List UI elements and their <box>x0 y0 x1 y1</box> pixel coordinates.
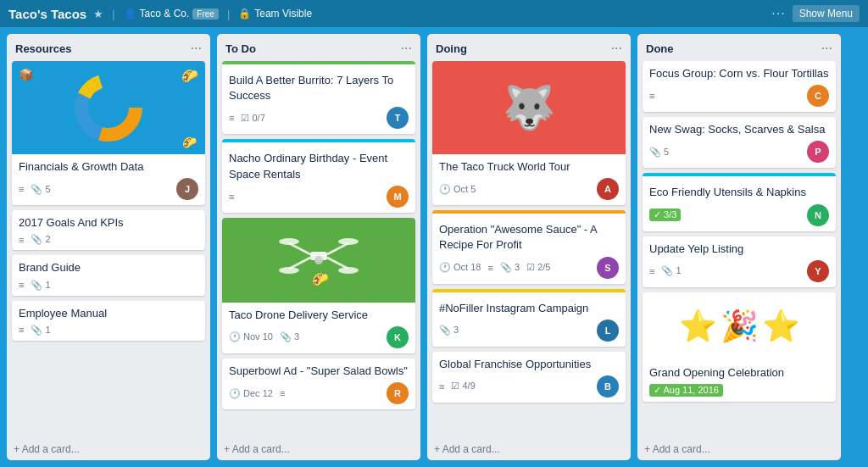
card-title-taco-truck: The Taco Truck World Tour <box>439 159 619 175</box>
card-drone[interactable]: 🌮 Taco Drone Delivery Service 🕐 Nov 10 📎… <box>222 218 415 353</box>
card-content-swag: New Swag: Socks, Scarves & Salsa 📎 5 P <box>643 117 836 168</box>
meta-date: 🕐 Nov 10 <box>229 331 273 342</box>
list-header-resources: Resources ··· <box>7 34 210 61</box>
svg-line-5 <box>289 243 310 254</box>
card-title-swag: New Swag: Socks, Scarves & Salsa <box>649 122 829 137</box>
card-image-financials: 🌮 📦 🌮 <box>12 61 205 154</box>
list-header-doing: Doing ··· <box>427 34 631 61</box>
list-header-done: Done ··· <box>637 34 841 61</box>
card-content-focus: Focus Group: Corn vs. Flour Tortillas ≡ … <box>643 61 836 112</box>
meta-lines: ≡ <box>649 266 654 276</box>
add-card-resources[interactable]: + Add a card... <box>7 438 210 460</box>
card-swag[interactable]: New Swag: Socks, Scarves & Salsa 📎 5 P <box>643 117 836 168</box>
card-instagram[interactable]: #NoFiller Instagram Campaign 📎 3 L <box>432 289 626 347</box>
svg-line-7 <box>289 258 310 269</box>
svg-point-13 <box>314 256 323 264</box>
show-menu-button[interactable]: Show Menu <box>793 5 860 22</box>
add-card-todo[interactable]: + Add a card... <box>217 438 420 460</box>
card-meta-financials: ≡ 📎 5 J <box>19 178 198 200</box>
meta-attachments: 📎 3 <box>280 331 299 342</box>
avatar-superbowl: R <box>387 382 409 404</box>
avatar-swag: P <box>807 141 829 163</box>
card-superbowl[interactable]: Superbowl Ad - "Super Salad Bowls" 🕐 Dec… <box>222 359 415 409</box>
list-menu-button-resources[interactable]: ··· <box>191 41 202 56</box>
list-menu-button-done[interactable]: ··· <box>821 41 832 56</box>
card-image-grand-opening: ⭐ 🎉 ⭐ <box>643 292 836 360</box>
meta-date: 🕐 Oct 18 <box>439 262 481 273</box>
card-awesome-sauce[interactable]: Operation "Awesome Sauce" - A Recipe For… <box>432 210 626 283</box>
card-content-eco: Eco Friendly Utensils & Napkins ✓ 3/3 N <box>643 180 836 231</box>
card-meta-swag: 📎 5 P <box>649 141 829 163</box>
card-meta-yelp: ≡ 📎 1 Y <box>649 260 829 282</box>
more-dots: ··· <box>771 6 785 21</box>
donut-chart <box>70 69 147 146</box>
meta-attachments: 📎 5 <box>649 147 669 158</box>
card-brand[interactable]: Brand Guide ≡ 📎 1 <box>12 255 205 295</box>
meta-attachments: 📎 2 <box>31 234 50 245</box>
avatar-focus: C <box>807 85 829 107</box>
list-cards-done: Focus Group: Corn vs. Flour Tortillas ≡ … <box>637 61 841 438</box>
meta-attachments: 📎 1 <box>31 280 50 291</box>
star-icon[interactable]: ★ <box>93 8 103 20</box>
meta-attachments: 📎 3 <box>500 262 520 273</box>
card-title-employee: Employee Manual <box>19 306 198 321</box>
card-meta-goals: ≡ 📎 2 <box>19 234 198 245</box>
card-content-brand: Brand Guide ≡ 📎 1 <box>12 255 205 295</box>
card-content-franchise: Global Franchise Opportunities ≡ ☑ 4/9 B <box>432 352 626 403</box>
org-name[interactable]: Taco & Co. <box>140 8 190 19</box>
card-focus-group[interactable]: Focus Group: Corn vs. Flour Tortillas ≡ … <box>643 61 836 112</box>
card-meta-drone: 🕐 Nov 10 📎 3 K <box>229 326 409 348</box>
add-card-doing[interactable]: + Add a card... <box>427 438 631 460</box>
card-employee[interactable]: Employee Manual ≡ 📎 1 <box>12 301 205 341</box>
avatar-instagram: L <box>597 320 619 342</box>
avatar-awesome: S <box>597 257 619 279</box>
card-eco[interactable]: Eco Friendly Utensils & Napkins ✓ 3/3 N <box>643 173 836 231</box>
card-title-franchise: Global Franchise Opportunities <box>439 357 619 372</box>
meta-lines: ≡ <box>229 113 234 123</box>
card-title-eco: Eco Friendly Utensils & Napkins <box>649 185 829 200</box>
meta-attachments: 📎 5 <box>31 184 50 195</box>
card-title-goals: 2017 Goals And KPIs <box>19 215 198 231</box>
card-content-burrito: Build A Better Burrito: 7 Layers To Succ… <box>222 68 415 134</box>
card-franchise[interactable]: Global Franchise Opportunities ≡ ☑ 4/9 B <box>432 352 626 403</box>
badge-eco-check: ✓ 3/3 <box>649 208 681 221</box>
card-nacho[interactable]: Nacho Ordinary Birthday - Event Space Re… <box>222 139 415 212</box>
board-title[interactable]: Taco's Tacos <box>8 7 86 21</box>
list-cards-resources: 🌮 📦 🌮 Financials & Growth Data ≡ 📎 5 J <box>7 61 210 438</box>
card-financials[interactable]: 🌮 📦 🌮 Financials & Growth Data ≡ 📎 5 J <box>12 61 205 205</box>
card-meta-brand: ≡ 📎 1 <box>19 280 198 291</box>
list-menu-button-doing[interactable]: ··· <box>611 41 622 56</box>
list-done: Done ··· Focus Group: Corn vs. Flour Tor… <box>637 34 841 460</box>
card-title-financials: Financials & Growth Data <box>19 159 198 175</box>
list-title-resources: Resources <box>15 42 71 55</box>
svg-line-6 <box>327 243 348 254</box>
card-yelp[interactable]: Update Yelp Listing ≡ 📎 1 Y <box>643 236 836 287</box>
card-title-drone: Taco Drone Delivery Service <box>229 308 409 323</box>
list-todo: To Do ··· Build A Better Burrito: 7 Laye… <box>217 34 420 460</box>
meta-attachments: 📎 3 <box>439 325 459 336</box>
star-left-icon: ⭐ <box>679 309 717 344</box>
star-right-icon: ⭐ <box>762 309 800 344</box>
list-menu-button-todo[interactable]: ··· <box>401 41 412 56</box>
card-meta-superbowl: 🕐 Dec 12 ≡ R <box>229 382 409 404</box>
card-title-nacho: Nacho Ordinary Birthday - Event Space Re… <box>229 151 409 181</box>
team-visibility[interactable]: 🔒 Team Visible <box>238 8 312 19</box>
card-grand-opening[interactable]: ⭐ 🎉 ⭐ Grand Opening Celebration ✓ Aug 11… <box>643 292 836 402</box>
avatar-taco-truck: A <box>597 178 619 200</box>
card-content-awesome: Operation "Awesome Sauce" - A Recipe For… <box>432 217 626 283</box>
add-card-done[interactable]: + Add a card... <box>637 438 841 460</box>
card-taco-truck[interactable]: 🐺 The Taco Truck World Tour 🕐 Oct 5 A <box>432 61 626 205</box>
team-visible-label: Team Visible <box>254 8 312 19</box>
card-image-drone: 🌮 <box>222 218 415 303</box>
meta-lines: ≡ <box>19 325 24 335</box>
badge-grand-opening-date: ✓ Aug 11, 2016 <box>649 384 723 397</box>
list-doing: Doing ··· 🐺 The Taco Truck World Tour 🕐 … <box>427 34 631 460</box>
card-burrito[interactable]: Build A Better Burrito: 7 Layers To Succ… <box>222 61 415 134</box>
card-meta-employee: ≡ 📎 1 <box>19 325 198 336</box>
org-section: 👤 Taco & Co. Free <box>124 8 219 19</box>
card-goals[interactable]: 2017 Goals And KPIs ≡ 📎 2 <box>12 210 205 250</box>
lock-icon: 🔒 <box>238 8 251 19</box>
meta-checklist: ☑ 2/5 <box>526 262 550 273</box>
card-title-instagram: #NoFiller Instagram Campaign <box>439 301 619 316</box>
list-cards-doing: 🐺 The Taco Truck World Tour 🕐 Oct 5 A Op… <box>427 61 631 438</box>
